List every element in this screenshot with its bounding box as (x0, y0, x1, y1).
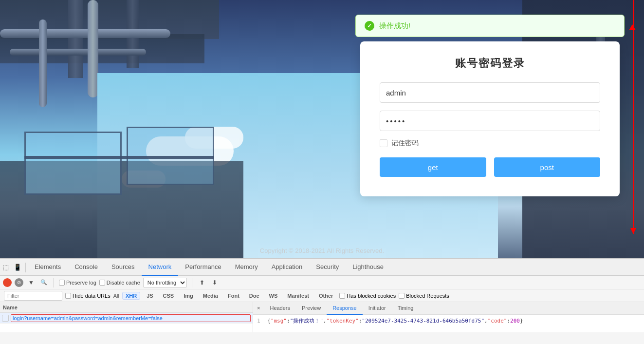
devtools-inspect-icon[interactable]: ⬚ (0, 262, 12, 273)
manifest-filter[interactable]: Manifest (284, 292, 313, 300)
disable-cache-checkbox[interactable] (99, 280, 105, 286)
devtools-tabs: ⬚ 📱 Elements Console Sources Network Per… (0, 259, 644, 276)
password-field[interactable] (380, 111, 600, 131)
red-arrow-head (629, 24, 636, 30)
tab-elements[interactable]: Elements (28, 259, 68, 276)
css-filter[interactable]: CSS (160, 292, 178, 300)
preserve-log-wrap: Preserve log (59, 280, 96, 286)
other-filter[interactable]: Other (315, 292, 336, 300)
js-filter[interactable]: JS (143, 292, 156, 300)
blocked-cookies-wrap: Has blocked cookies (339, 293, 396, 299)
remember-checkbox[interactable] (380, 139, 387, 147)
bg-strut-1 (68, 0, 83, 78)
filter-icon[interactable]: ▼ (26, 278, 36, 287)
disable-cache-wrap: Disable cache (99, 280, 140, 286)
response-content: 1 {"msg":"操作成功！","tokenKey":"209524e7-34… (253, 315, 644, 327)
bg-glass-bar (24, 156, 214, 159)
filter-bar: Hide data URLs All XHR JS CSS Img Media … (0, 289, 644, 302)
stop-button[interactable]: ⊘ (15, 278, 23, 287)
resp-tab-preview[interactable]: Preview (296, 302, 327, 315)
get-button[interactable]: get (380, 157, 486, 177)
bg-pipe-h2 (10, 49, 146, 56)
preserve-log-checkbox[interactable] (59, 280, 65, 286)
tab-memory[interactable]: Memory (228, 259, 265, 276)
resp-tab-initiator[interactable]: Initiator (363, 302, 392, 315)
blocked-requests-wrap: Blocked Requests (399, 293, 449, 299)
blocked-cookies-label: Has blocked cookies (347, 293, 396, 299)
devtools-content: Name login?username=admin&password=admin… (0, 302, 644, 332)
tab-performance[interactable]: Performance (178, 259, 228, 276)
bg-pipe-v2 (39, 19, 47, 107)
post-button[interactable]: post (494, 157, 601, 177)
tab-lighthouse[interactable]: Lighthouse (346, 259, 390, 276)
login-card: 账号密码登录 记住密码 get post (360, 41, 620, 196)
tab-sources[interactable]: Sources (105, 259, 142, 276)
red-arrow (633, 0, 634, 234)
bg-glass-1 (24, 132, 122, 195)
resp-tab-headers[interactable]: Headers (264, 302, 296, 315)
line-number: 1 (257, 318, 260, 324)
remember-label: 记住密码 (391, 139, 419, 148)
button-row: get post (380, 157, 600, 177)
response-json: {"msg":"操作成功！","tokenKey":"209524e7-3425… (267, 318, 523, 324)
response-panel: × Headers Preview Response Initiator Tim… (253, 302, 644, 332)
doc-filter[interactable]: Doc (246, 292, 263, 300)
request-row[interactable]: login?username=admin&password=admin&reme… (0, 313, 253, 324)
ws-filter[interactable]: WS (266, 292, 281, 300)
blocked-requests-checkbox[interactable] (399, 293, 405, 299)
success-text: 操作成功! (379, 21, 410, 31)
all-filter[interactable]: All (113, 293, 119, 299)
search-icon[interactable]: 🔍 (39, 278, 49, 287)
remember-row: 记住密码 (380, 139, 600, 148)
request-list-header: Name (0, 302, 253, 313)
disable-cache-label: Disable cache (107, 280, 140, 286)
response-tabs: × Headers Preview Response Initiator Tim… (253, 302, 644, 315)
font-filter[interactable]: Font (224, 292, 243, 300)
export-icon[interactable]: ⬇ (210, 278, 220, 287)
preserve-log-label: Preserve log (66, 280, 96, 286)
name-column-header: Name (3, 305, 18, 310)
filter-input[interactable] (4, 291, 62, 301)
img-filter[interactable]: Img (180, 292, 197, 300)
request-list: Name login?username=admin&password=admin… (0, 302, 253, 332)
import-icon[interactable]: ⬆ (197, 278, 207, 287)
hide-data-urls-checkbox[interactable] (65, 293, 71, 299)
tab-application[interactable]: Application (265, 259, 310, 276)
tab-console[interactable]: Console (68, 259, 105, 276)
hide-data-urls-label: Hide data URLs (73, 293, 110, 299)
resp-tab-response[interactable]: Response (327, 302, 363, 315)
xhr-filter[interactable]: XHR (122, 292, 140, 300)
request-checkbox[interactable] (2, 315, 9, 322)
devtools-device-icon[interactable]: 📱 (12, 262, 23, 273)
record-button[interactable] (3, 278, 12, 287)
tab-security[interactable]: Security (309, 259, 346, 276)
network-toolbar: ⊘ ▼ 🔍 Preserve log Disable cache No thro… (0, 276, 644, 289)
resp-tab-timing[interactable]: Timing (392, 302, 420, 315)
login-title: 账号密码登录 (380, 56, 600, 71)
tab-divider (25, 263, 26, 272)
resp-tab-close[interactable]: × (253, 302, 264, 315)
hide-data-urls-wrap: Hide data URLs (65, 293, 110, 299)
bg-pipe-v1 (88, 0, 98, 97)
copyright: Copyright © 2018-2021 All Rights Reserve… (0, 247, 644, 254)
request-name[interactable]: login?username=admin&password=admin&reme… (11, 314, 251, 322)
success-icon (365, 21, 374, 31)
toolbar-divider2 (192, 278, 192, 287)
username-field[interactable] (380, 82, 600, 103)
throttling-select[interactable]: No throttling (143, 278, 187, 287)
blocked-requests-label: Blocked Requests (406, 293, 449, 299)
toolbar-divider (54, 278, 54, 287)
bg-pipe-h1 (0, 29, 170, 38)
success-notification: 操作成功! (355, 15, 625, 37)
blocked-cookies-checkbox[interactable] (339, 293, 345, 299)
tab-network[interactable]: Network (142, 259, 179, 276)
devtools-panel: ⬚ 📱 Elements Console Sources Network Per… (0, 258, 644, 344)
media-filter[interactable]: Media (200, 292, 221, 300)
